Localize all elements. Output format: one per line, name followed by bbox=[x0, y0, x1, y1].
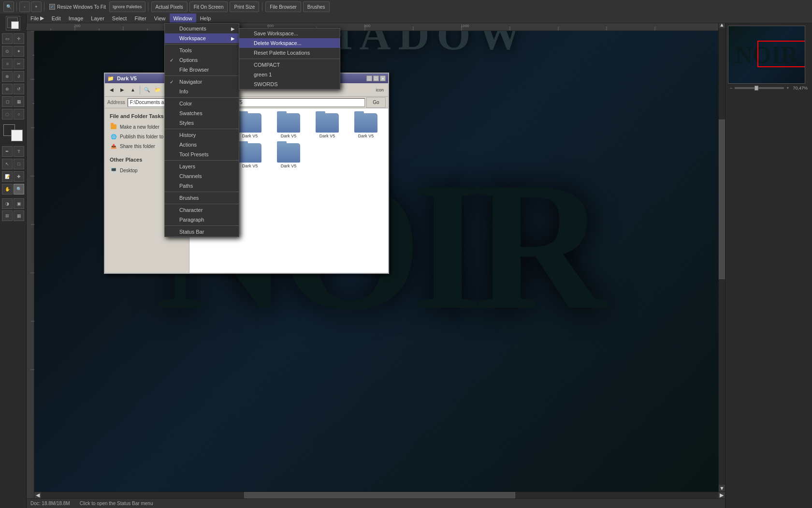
menu-file-browser[interactable]: File Browser bbox=[165, 65, 239, 75]
menu-swatches[interactable]: Swatches bbox=[165, 108, 239, 118]
delete-workspace[interactable]: Delete Workspace... bbox=[239, 38, 340, 48]
save-workspace[interactable]: Save Workspace... bbox=[239, 29, 340, 38]
maximize-btn[interactable]: □ bbox=[373, 75, 379, 81]
menu-character[interactable]: Character bbox=[165, 205, 239, 215]
close-btn[interactable]: × bbox=[380, 75, 386, 81]
minimize-btn[interactable]: _ bbox=[366, 75, 372, 81]
zoom-tool[interactable]: 🔍 bbox=[14, 184, 24, 194]
menu-channels[interactable]: Channels bbox=[165, 171, 239, 181]
file-browser-btn[interactable]: File Browser bbox=[265, 1, 301, 12]
brush-tool[interactable]: ∂ bbox=[14, 71, 24, 82]
workspace-green1[interactable]: green 1 bbox=[239, 70, 340, 79]
folders-btn[interactable]: 📁 bbox=[152, 85, 163, 95]
up-btn[interactable]: ▲ bbox=[128, 85, 138, 95]
folder-icon-5[interactable]: Dark V5 bbox=[349, 113, 383, 138]
menu-view[interactable]: View bbox=[150, 14, 170, 23]
zoom-plus[interactable]: + bbox=[786, 86, 789, 90]
quick-mask-tool[interactable]: ◑ bbox=[2, 198, 13, 209]
menu-help[interactable]: Help bbox=[196, 14, 215, 23]
icon-btn[interactable]: icon bbox=[373, 85, 387, 95]
menu-color[interactable]: Color bbox=[165, 99, 239, 108]
history-brush-tool[interactable]: ↺ bbox=[14, 84, 24, 94]
ignore-palettes-btn[interactable]: Ignore Palettes bbox=[109, 1, 145, 12]
screen-mode-tool[interactable]: ▣ bbox=[14, 198, 24, 209]
zoom-in-btn[interactable]: + bbox=[31, 1, 42, 12]
scrollbar-vertical[interactable]: ▲ ▼ bbox=[718, 21, 725, 492]
marquee-tool[interactable]: ▭ bbox=[2, 33, 13, 44]
menu-tool-presets[interactable]: Tool Presets bbox=[165, 149, 239, 159]
scroll-down-btn[interactable]: ▼ bbox=[719, 485, 725, 492]
resize-windows-check[interactable]: Resize Windows To Fit bbox=[49, 4, 106, 10]
brushes-btn[interactable]: Brushes bbox=[303, 1, 330, 12]
tool-options-mini[interactable] bbox=[6, 16, 20, 30]
magic-wand-tool[interactable]: ✦ bbox=[14, 46, 24, 57]
gradient-tool[interactable]: ▦ bbox=[14, 96, 24, 107]
jump-to-ir[interactable]: ▦ bbox=[14, 210, 24, 221]
color-picker[interactable] bbox=[3, 124, 23, 141]
forward-btn[interactable]: ▶ bbox=[117, 85, 128, 95]
scrollbar-horizontal[interactable]: ◀ ▶ bbox=[34, 492, 725, 498]
folder-icon-4[interactable]: Dark V5 bbox=[310, 113, 344, 138]
dodge-tool[interactable]: ○ bbox=[14, 109, 24, 120]
scroll-track-v[interactable] bbox=[719, 28, 725, 485]
eraser-tool[interactable]: ◻ bbox=[2, 96, 13, 107]
menu-styles[interactable]: Styles bbox=[165, 118, 239, 128]
scroll-right-btn[interactable]: ▶ bbox=[718, 492, 725, 498]
zoom-slider[interactable] bbox=[735, 87, 784, 89]
notes-tool[interactable]: 📝 bbox=[2, 171, 13, 182]
menu-actions[interactable]: Actions bbox=[165, 140, 239, 149]
address-input[interactable] bbox=[128, 98, 365, 107]
workspace-swords[interactable]: SWORDS bbox=[239, 79, 340, 89]
print-size-btn[interactable]: Print Size bbox=[230, 1, 259, 12]
blur-tool[interactable]: ◌ bbox=[2, 109, 13, 120]
reset-palette-locations[interactable]: Reset Palette Locations bbox=[239, 48, 340, 58]
menu-layers[interactable]: Layers bbox=[165, 162, 239, 171]
folder-icon-8[interactable]: Dark V5 bbox=[272, 143, 305, 168]
shape-tool[interactable]: □ bbox=[14, 159, 24, 169]
move-tool[interactable]: ✛ bbox=[14, 33, 24, 44]
menu-options[interactable]: ✓ Options bbox=[165, 55, 239, 65]
menu-edit[interactable]: Edit bbox=[48, 14, 65, 23]
menu-filter[interactable]: Filter bbox=[130, 14, 150, 23]
menu-select[interactable]: Select bbox=[108, 14, 131, 23]
menu-navigator[interactable]: ✓ Navigator bbox=[165, 77, 239, 87]
lasso-tool[interactable]: ⊙ bbox=[2, 46, 13, 57]
menu-status-bar[interactable]: Status Bar bbox=[165, 227, 239, 237]
fit-on-screen-btn[interactable]: Fit On Screen bbox=[189, 1, 228, 12]
text-tool[interactable]: T bbox=[14, 146, 24, 157]
menu-history[interactable]: History bbox=[165, 130, 239, 140]
hand-tool[interactable]: ✋ bbox=[2, 184, 13, 194]
menu-brushes[interactable]: Brushes bbox=[165, 193, 239, 203]
scroll-thumb-h[interactable] bbox=[244, 492, 515, 498]
actual-pixels-btn[interactable]: Actual Pixels bbox=[151, 1, 188, 12]
jump-to-img[interactable]: ⊞ bbox=[2, 210, 13, 221]
scroll-track-h[interactable] bbox=[41, 492, 718, 498]
background-color[interactable] bbox=[11, 130, 23, 141]
menu-layer[interactable]: Layer bbox=[87, 14, 108, 23]
menu-workspace[interactable]: Workspace ▶ bbox=[165, 33, 239, 43]
menu-file[interactable]: File▶ bbox=[27, 14, 48, 23]
crop-tool[interactable]: ⌗ bbox=[2, 59, 13, 69]
workspace-compact[interactable]: COMPACT bbox=[239, 60, 340, 70]
healing-tool[interactable]: ⊕ bbox=[2, 71, 13, 82]
zoom-out-btn[interactable]: - bbox=[19, 1, 30, 12]
scroll-thumb-v[interactable] bbox=[719, 120, 725, 279]
clone-tool[interactable]: ⊛ bbox=[2, 84, 13, 94]
eyedropper-tool[interactable]: ✚ bbox=[14, 171, 24, 182]
slice-tool[interactable]: ✂ bbox=[14, 59, 24, 69]
menu-paragraph[interactable]: Paragraph bbox=[165, 215, 239, 224]
zoom-minus[interactable]: − bbox=[730, 86, 732, 90]
path-select-tool[interactable]: ↖ bbox=[2, 159, 13, 169]
go-btn[interactable]: Go bbox=[366, 97, 386, 108]
folder-icon-3[interactable]: Dark V5 bbox=[272, 113, 305, 138]
scroll-left-btn[interactable]: ◀ bbox=[34, 492, 41, 498]
back-btn[interactable]: ◀ bbox=[106, 85, 117, 95]
zoom-icon[interactable]: 🔍 bbox=[3, 1, 14, 12]
search-btn[interactable]: 🔍 bbox=[142, 85, 152, 95]
menu-paths[interactable]: Paths bbox=[165, 181, 239, 191]
menu-documents[interactable]: Documents ▶ bbox=[165, 24, 239, 33]
menu-info[interactable]: Info bbox=[165, 87, 239, 96]
zoom-slider-thumb[interactable] bbox=[754, 86, 758, 90]
menu-window[interactable]: Window bbox=[170, 14, 196, 23]
pen-tool[interactable]: ✒ bbox=[2, 146, 13, 157]
